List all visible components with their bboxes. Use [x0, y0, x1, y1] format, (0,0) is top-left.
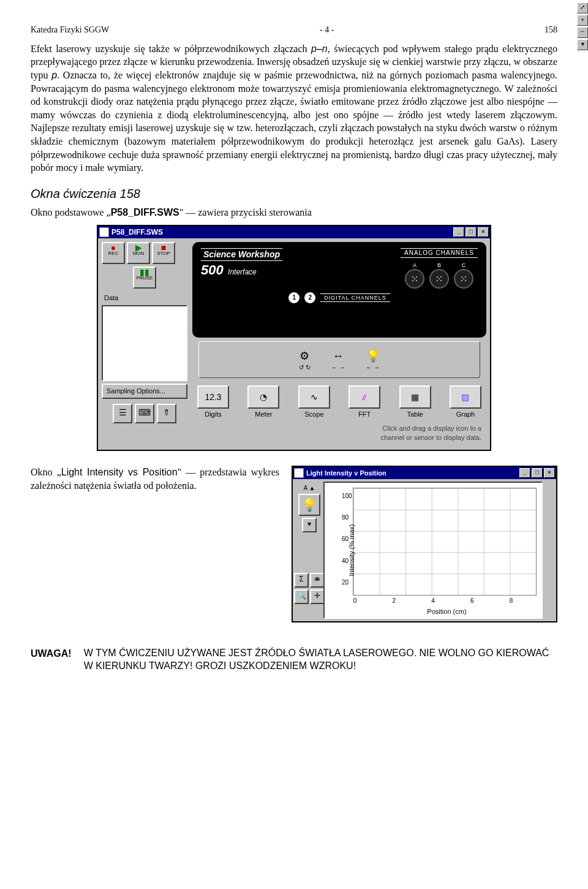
- minimize-button[interactable]: _: [453, 227, 464, 237]
- y-tick: 40: [342, 557, 349, 566]
- header-right: 158: [545, 25, 557, 36]
- sensor-strip: ⚙↺ ↻ ↔← → 💡← →: [198, 341, 480, 378]
- digits-label: Digits: [205, 410, 222, 419]
- data-label: Data: [104, 293, 187, 303]
- channel-b[interactable]: B: [429, 260, 449, 289]
- y-tick: 80: [342, 513, 349, 522]
- pause-button[interactable]: ▮▮PAUSE: [133, 267, 156, 289]
- digital-2[interactable]: 2: [304, 292, 315, 303]
- p58-window: P58_DIFF.SWS _ □ × ●REC ▶MON ■STOP ▮▮PAU…: [97, 225, 491, 451]
- graph-label: Graph: [456, 410, 475, 419]
- stop-label: STOP: [157, 251, 170, 256]
- mon-button[interactable]: ▶MON: [127, 242, 150, 264]
- sigma-button[interactable]: Σ: [294, 573, 309, 588]
- stop-button[interactable]: ■STOP: [152, 242, 175, 264]
- app-icon: [99, 227, 109, 237]
- digits-icon: 12.3: [197, 385, 229, 409]
- y-zoom-in-button[interactable]: ＋: [577, 15, 588, 26]
- tool-row: ☰ ⌨ ⇑: [102, 404, 187, 423]
- desc-text: Okno „: [31, 467, 61, 477]
- scope-icon: ∿: [298, 385, 330, 409]
- display-row: 12.3Digits ◔Meter ∿Scope ⫽FFT ▦Table ▨Gr…: [192, 382, 486, 419]
- graph-icon: ▨: [450, 385, 481, 409]
- hint-text: Click and drag a display icon to a chann…: [192, 423, 486, 446]
- y-tick: 100: [342, 492, 352, 501]
- rotary-sensor-icon[interactable]: ⚙↺ ↻: [299, 349, 311, 372]
- calc-button[interactable]: ⌨: [135, 404, 154, 423]
- cursor-button[interactable]: ✛: [310, 589, 325, 604]
- table-label: Table: [407, 410, 423, 419]
- meter-display[interactable]: ◔Meter: [245, 385, 282, 419]
- y-axis-menu-button[interactable]: ▾: [577, 39, 588, 50]
- para-text: Efekt laserowy uzyskuje się także w półp…: [31, 44, 311, 54]
- plug-icon: [454, 269, 473, 289]
- data-list[interactable]: [102, 305, 187, 381]
- close-button[interactable]: ×: [478, 227, 489, 237]
- graph-display[interactable]: ▨Graph: [447, 385, 484, 419]
- interface-500: Science Workshop 500 Interface ANALOG CH…: [192, 242, 486, 338]
- x-tick: 4: [431, 597, 435, 605]
- meter-icon: ◔: [247, 385, 279, 409]
- digits-display[interactable]: 12.3Digits: [195, 385, 232, 419]
- meter-label: Meter: [255, 410, 272, 419]
- maximize-button[interactable]: □: [532, 468, 543, 478]
- titlebar[interactable]: Light Intensity v Position _ □ ×: [293, 467, 556, 479]
- subline-text: Okno podstawowe „: [31, 207, 111, 218]
- right-panel: Science Workshop 500 Interface ANALOG CH…: [192, 242, 486, 446]
- plot-area[interactable]: Intensity (% max) 100 80 60 40 20 0 2 4 …: [323, 482, 543, 619]
- channel-c[interactable]: C: [454, 260, 473, 289]
- sampling-options-button[interactable]: Sampling Options...: [102, 384, 187, 399]
- stats-button[interactable]: ⩩: [310, 573, 325, 588]
- notes-button[interactable]: ☰: [113, 404, 132, 423]
- x-tick: 6: [470, 597, 474, 605]
- page-header: Katedra Fizyki SGGW - 4 - 158: [31, 25, 557, 36]
- int-left-panel: A ▲ 💡 ▾ Σ ⩩ 🔍 ✛: [295, 482, 323, 619]
- section-heading: Okna ćwiczenia 158: [31, 186, 557, 202]
- zoom-button[interactable]: 🔍: [294, 589, 309, 604]
- x-tick: 0: [353, 597, 357, 605]
- brand-500: 500: [201, 262, 224, 278]
- pause-row: ▮▮PAUSE: [102, 267, 187, 289]
- digital-1[interactable]: 1: [288, 292, 300, 303]
- window-buttons: _ □ ×: [453, 227, 489, 237]
- autoscale-button[interactable]: ⤢: [577, 2, 588, 13]
- scope-label: Scope: [304, 410, 323, 419]
- brand: Science Workshop 500 Interface: [201, 248, 282, 279]
- y-axis-label: Intensity (% max): [347, 524, 356, 576]
- linear-sensor-icon[interactable]: ↔← →: [331, 349, 345, 372]
- subline: Okno podstawowe „P58_DIFF.SWS" — zawiera…: [31, 206, 557, 219]
- warning-footer: UWAGA! W TYM ĆWICZENIU UŻYWANE JEST ŹRÓD…: [31, 647, 557, 673]
- y-tick: 60: [342, 535, 349, 544]
- light-sensor-icon[interactable]: 💡← →: [366, 349, 380, 372]
- fft-label: FFT: [358, 410, 371, 419]
- subline-text: " — zawiera przyciski sterowania: [179, 207, 312, 218]
- x-tick: 8: [510, 597, 513, 605]
- header-center: - 4 -: [320, 25, 334, 36]
- light-sensor-icon[interactable]: 💡: [298, 494, 320, 516]
- ch-a-label: A: [413, 262, 417, 269]
- x-axis-label: Position (cm): [427, 607, 466, 616]
- mon-label: MON: [133, 251, 145, 256]
- maximize-button[interactable]: □: [466, 227, 477, 237]
- window-body: ●REC ▶MON ■STOP ▮▮PAUSE Data Sampling Op…: [98, 238, 490, 450]
- intensity-section: Okno „Light Intensity vs Position" — prz…: [31, 466, 557, 622]
- y-scale-buttons: ⤢ ＋ − ▾: [577, 2, 587, 50]
- ch-c-label: C: [462, 262, 466, 269]
- rec-button[interactable]: ●REC: [102, 242, 125, 264]
- rec-label: REC: [108, 251, 119, 256]
- minimize-button[interactable]: _: [519, 468, 530, 478]
- pn-term: p–n: [311, 44, 328, 54]
- plug-button[interactable]: ⇑: [157, 404, 176, 423]
- channel-a[interactable]: A: [405, 260, 424, 289]
- table-display[interactable]: ▦Table: [397, 385, 434, 419]
- y-zoom-out-button[interactable]: −: [577, 27, 588, 38]
- titlebar[interactable]: P58_DIFF.SWS _ □ ×: [98, 226, 490, 238]
- fft-icon: ⫽: [349, 385, 380, 409]
- intensity-window: Light Intensity v Position _ □ × A ▲ 💡 ▾…: [292, 466, 557, 622]
- window-title: Light Intensity v Position: [306, 469, 519, 478]
- scope-display[interactable]: ∿Scope: [296, 385, 333, 419]
- close-button[interactable]: ×: [544, 468, 555, 478]
- fft-display[interactable]: ⫽FFT: [346, 385, 383, 419]
- input-menu-button[interactable]: ▾: [302, 518, 317, 532]
- ch-b-label: B: [437, 262, 441, 269]
